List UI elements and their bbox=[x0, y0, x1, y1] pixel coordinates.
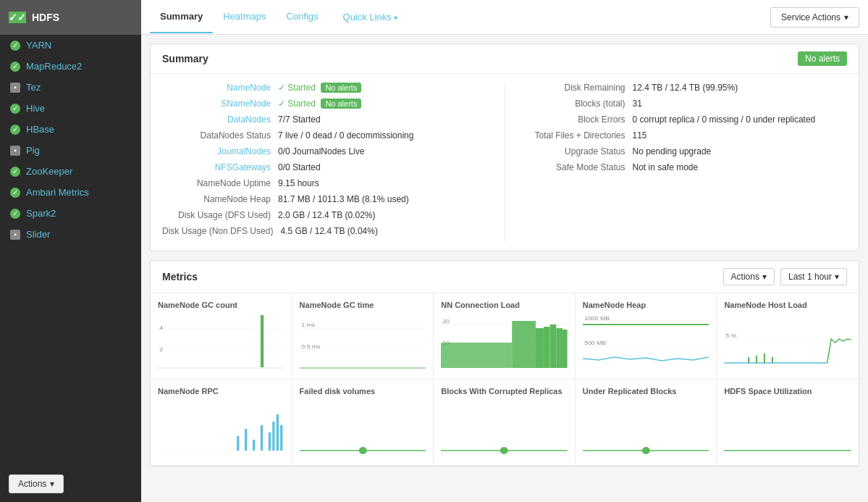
metric-card-nn-heap: NameNode Heap 1000 MB 500 MB bbox=[576, 293, 717, 380]
tez-label: Tez bbox=[26, 82, 41, 93]
mapreduce2-label: MapReduce2 bbox=[26, 61, 82, 72]
metric-card-gc-time: NameNode GC time 1 ms 0.5 ms bbox=[292, 293, 434, 380]
snamenode-link[interactable]: SNameNode bbox=[221, 99, 271, 109]
main-content: Summary Heatmaps Configs Quick Links Ser… bbox=[141, 0, 868, 502]
tab-summary[interactable]: Summary bbox=[150, 1, 213, 33]
snamenode-label: SNameNode bbox=[162, 99, 278, 109]
mapreduce2-status-icon: ✓ bbox=[10, 62, 20, 72]
content-area: Summary No alerts NameNode ✓ Started No … bbox=[141, 35, 868, 502]
sidebar-item-slider[interactable]: ▪ Slider bbox=[0, 224, 141, 245]
metric-card-host-load: NameNode Host Load 5 % bbox=[717, 293, 859, 380]
metric-under-replicated-chart bbox=[583, 400, 709, 458]
metric-gc-count-title: NameNode GC count bbox=[158, 301, 285, 309]
journalnodes-link[interactable]: JournalNodes bbox=[217, 146, 271, 156]
slider-label: Slider bbox=[26, 229, 50, 240]
metric-card-corrupted-replicas: Blocks With Corrupted Replicas bbox=[434, 380, 576, 466]
metrics-actions-label: Actions bbox=[731, 272, 759, 282]
sidebar-item-zookeeper[interactable]: ✓ ZooKeeper bbox=[0, 161, 141, 182]
hdfs-label: HDFS bbox=[32, 12, 59, 23]
metrics-time-button[interactable]: Last 1 hour ▾ bbox=[780, 268, 847, 285]
metric-nn-heap-chart: 1000 MB 500 MB bbox=[583, 314, 709, 372]
ambari-metrics-label: Ambari Metrics bbox=[26, 187, 89, 198]
sidebar-item-ambari-metrics[interactable]: ✓ Ambari Metrics bbox=[0, 182, 141, 203]
pig-status-icon: ▪ bbox=[10, 146, 20, 156]
metric-under-replicated-title: Under Replicated Blocks bbox=[583, 387, 709, 396]
summary-row-disk-nondfs: Disk Usage (Non DFS Used) 4.5 GB / 12.4 … bbox=[162, 226, 493, 236]
svg-rect-31 bbox=[756, 356, 757, 363]
hbase-status-icon: ✓ bbox=[10, 125, 20, 135]
namenode-label: NameNode bbox=[162, 83, 278, 93]
nfsgateways-link[interactable]: NFSGateways bbox=[215, 162, 271, 172]
sidebar-item-hbase[interactable]: ✓ HBase bbox=[0, 119, 141, 140]
spark2-label: Spark2 bbox=[26, 208, 56, 219]
sidebar-item-pig[interactable]: ▪ Pig bbox=[0, 140, 141, 161]
block-errors-label: Block Errors bbox=[517, 114, 633, 125]
tab-configs[interactable]: Configs bbox=[277, 1, 329, 33]
sidebar-item-tez[interactable]: ▪ Tez bbox=[0, 77, 141, 98]
svg-text:500 MB: 500 MB bbox=[584, 339, 606, 346]
metrics-controls: Actions ▾ Last 1 hour ▾ bbox=[723, 268, 847, 285]
sidebar-item-mapreduce2[interactable]: ✓ MapReduce2 bbox=[0, 56, 141, 77]
svg-text:1000 MB: 1000 MB bbox=[584, 314, 610, 322]
hbase-label: HBase bbox=[26, 124, 54, 135]
sidebar: ✓ HDFS ✓ YARN ✓ MapReduce2 ▪ Tez ✓ Hive … bbox=[0, 0, 141, 502]
metrics-actions-button[interactable]: Actions ▾ bbox=[723, 268, 775, 285]
summary-left-col: NameNode ✓ Started No alerts SNameNode ✓… bbox=[151, 83, 505, 242]
disk-dfs-value: 2.0 GB / 12.4 TB (0.02%) bbox=[278, 210, 493, 220]
svg-rect-21 bbox=[562, 330, 568, 368]
disk-remaining-label: Disk Remaining bbox=[517, 83, 633, 93]
metrics-panel-header: Metrics Actions ▾ Last 1 hour ▾ bbox=[151, 261, 859, 293]
sidebar-item-yarn[interactable]: ✓ YARN bbox=[0, 35, 141, 56]
metrics-panel-title: Metrics bbox=[162, 271, 198, 283]
nfsgateways-value: 0/0 Started bbox=[278, 162, 493, 172]
nfsgateways-label: NFSGateways bbox=[162, 162, 278, 172]
sidebar-actions-area: Actions ▾ bbox=[0, 466, 141, 502]
summary-panel-title: Summary bbox=[162, 53, 208, 64]
pig-label: Pig bbox=[26, 145, 40, 156]
sidebar-item-hdfs[interactable]: ✓ HDFS bbox=[0, 0, 141, 35]
summary-row-disk-dfs: Disk Usage (DFS Used) 2.0 GB / 12.4 TB (… bbox=[162, 210, 493, 220]
journalnodes-value: 0/0 JournalNodes Live bbox=[278, 146, 493, 156]
svg-text:20: 20 bbox=[442, 317, 450, 325]
namenode-value: ✓ Started No alerts bbox=[278, 83, 493, 93]
snamenode-value: ✓ Started No alerts bbox=[278, 99, 493, 109]
files-dirs-value: 115 bbox=[633, 130, 848, 141]
block-errors-value: 0 corrupt replica / 0 missing / 0 under … bbox=[633, 114, 848, 125]
upgrade-status-value: No pending upgrade bbox=[633, 146, 848, 156]
sidebar-item-hive[interactable]: ✓ Hive bbox=[0, 98, 141, 119]
service-actions-button[interactable]: Service Actions ▾ bbox=[770, 7, 859, 28]
quick-links-dropdown[interactable]: Quick Links bbox=[343, 12, 398, 22]
metrics-time-caret-icon: ▾ bbox=[835, 272, 839, 282]
svg-text:2: 2 bbox=[159, 346, 163, 353]
sidebar-item-spark2[interactable]: ✓ Spark2 bbox=[0, 203, 141, 224]
svg-rect-42 bbox=[280, 425, 282, 451]
svg-rect-16 bbox=[512, 321, 536, 368]
datanodes-status-label: DataNodes Status bbox=[162, 130, 278, 141]
metrics-panel: Metrics Actions ▾ Last 1 hour ▾ NameNode… bbox=[150, 260, 859, 467]
summary-row-journalnodes: JournalNodes 0/0 JournalNodes Live bbox=[162, 146, 493, 156]
summary-row-blocks-total: Blocks (total) 31 bbox=[517, 99, 848, 109]
service-actions-label: Service Actions bbox=[781, 12, 840, 22]
metric-card-failed-disk: Failed disk volumes bbox=[292, 380, 434, 466]
snamenode-status-icon: ✓ Started bbox=[278, 99, 316, 109]
metric-card-gc-count: NameNode GC count 4 2 bbox=[151, 293, 292, 380]
actions-button[interactable]: Actions ▾ bbox=[9, 474, 64, 493]
svg-rect-33 bbox=[772, 357, 773, 363]
zookeeper-label: ZooKeeper bbox=[26, 166, 72, 177]
tez-status-icon: ▪ bbox=[10, 83, 20, 93]
namenode-status-icon: ✓ Started bbox=[278, 83, 316, 93]
service-actions-caret-icon: ▾ bbox=[844, 12, 848, 22]
datanodes-link[interactable]: DataNodes bbox=[227, 114, 271, 125]
heap-value: 81.7 MB / 1011.3 MB (8.1% used) bbox=[278, 194, 493, 204]
journalnodes-label: JournalNodes bbox=[162, 146, 278, 156]
summary-row-nfsgateways: NFSGateways 0/0 Started bbox=[162, 162, 493, 172]
svg-point-46 bbox=[500, 447, 508, 454]
metric-nn-rpc-chart bbox=[158, 400, 285, 458]
metric-card-nn-rpc: NameNode RPC bbox=[151, 380, 292, 466]
metric-host-load-chart: 5 % bbox=[724, 314, 851, 372]
tab-heatmaps[interactable]: Heatmaps bbox=[213, 1, 276, 33]
summary-row-disk-remaining: Disk Remaining 12.4 TB / 12.4 TB (99.95%… bbox=[517, 83, 848, 93]
svg-text:1 ms: 1 ms bbox=[301, 321, 315, 328]
upgrade-status-label: Upgrade Status bbox=[517, 146, 633, 156]
namenode-link[interactable]: NameNode bbox=[227, 83, 271, 93]
